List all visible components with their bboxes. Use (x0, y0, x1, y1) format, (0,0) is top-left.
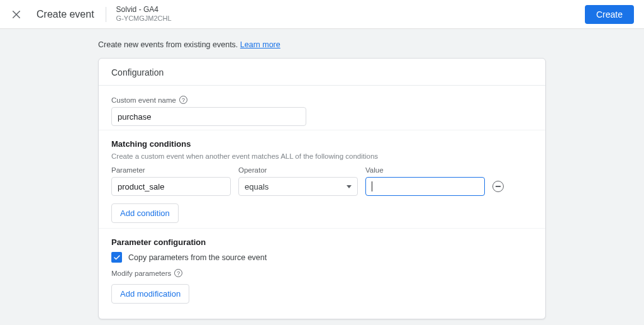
custom-event-name-input[interactable] (111, 107, 306, 126)
intro-text: Create new events from existing events. … (98, 40, 546, 49)
configuration-card: Configuration Custom event name ? Matchi… (98, 58, 546, 319)
matching-conditions-help: Create a custom event when another event… (111, 152, 533, 160)
text-cursor (372, 181, 372, 191)
operator-select[interactable]: equals (238, 177, 358, 196)
page-title: Create event (36, 7, 106, 22)
value-column-label: Value (365, 166, 485, 174)
property-info: Solvid - GA4 G-YCMGJM2CHL (116, 5, 172, 23)
modify-parameters-label: Modify parameters ? (111, 269, 533, 277)
header-bar: Create event Solvid - GA4 G-YCMGJM2CHL C… (0, 0, 644, 29)
property-name: Solvid - GA4 (116, 5, 172, 14)
custom-event-name-label: Custom event name ? (111, 96, 533, 104)
parameter-input[interactable] (111, 177, 231, 196)
help-icon[interactable]: ? (179, 96, 187, 104)
condition-row: Parameter Operator equals Value (111, 166, 533, 196)
property-id: G-YCMGJM2CHL (116, 14, 172, 23)
copy-parameters-label: Copy parameters from the source event (128, 253, 267, 262)
parameter-column-label: Parameter (111, 166, 231, 174)
operator-value: equals (245, 182, 269, 191)
matching-conditions-heading: Matching conditions (111, 139, 533, 149)
remove-condition-icon[interactable] (492, 181, 504, 192)
help-icon[interactable]: ? (174, 269, 182, 277)
copy-parameters-checkbox-row[interactable]: Copy parameters from the source event (111, 252, 533, 263)
parameter-configuration-heading: Parameter configuration (111, 237, 533, 247)
add-condition-button[interactable]: Add condition (111, 203, 179, 223)
card-title: Configuration (99, 59, 545, 86)
value-input[interactable] (365, 177, 485, 196)
close-icon[interactable] (10, 8, 23, 21)
intro-sentence: Create new events from existing events. (98, 40, 238, 49)
checkbox-checked-icon[interactable] (111, 252, 122, 263)
add-modification-button[interactable]: Add modification (111, 284, 189, 304)
operator-column-label: Operator (238, 166, 358, 174)
learn-more-link[interactable]: Learn more (240, 40, 280, 49)
create-button[interactable]: Create (585, 5, 634, 24)
chevron-down-icon (347, 185, 352, 188)
